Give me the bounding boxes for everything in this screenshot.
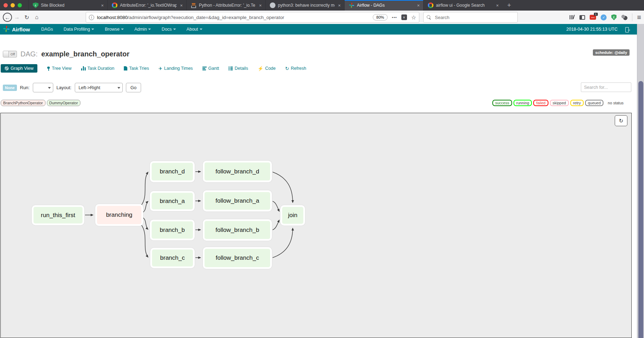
tab-title: python3: behave incorrectly mo bbox=[278, 3, 335, 8]
run-label: Run: bbox=[20, 85, 30, 90]
dag-node-branch_c[interactable]: branch_c bbox=[150, 248, 195, 268]
operator-pill-dummyoperator: DummyOperator bbox=[47, 100, 80, 106]
dag-title-prefix: DAG: bbox=[20, 50, 38, 58]
view-button-refresh[interactable]: ↻Refresh bbox=[285, 66, 306, 71]
site-info-icon[interactable]: i bbox=[89, 15, 94, 20]
view-button-label: Gantt bbox=[208, 66, 219, 71]
browser-tab-5[interactable]: airflow ui - Google Search× bbox=[423, 0, 502, 11]
tab-close-icon[interactable]: × bbox=[416, 3, 420, 8]
graph-refresh-button[interactable]: ↻ bbox=[615, 115, 627, 126]
browser-tab-0[interactable]: £Site Blocked× bbox=[28, 0, 107, 11]
chevron-down-icon bbox=[121, 29, 124, 30]
browser-tab-3[interactable]: python3: behave incorrectly mo× bbox=[265, 0, 344, 11]
dag-graph-panel: run_this_firstbranchingbranch_dfollow_br… bbox=[0, 113, 632, 338]
dag-node-branch_b[interactable]: branch_b bbox=[150, 220, 195, 240]
navbar-item-browse[interactable]: Browse bbox=[105, 27, 124, 32]
close-window-button[interactable] bbox=[4, 3, 8, 7]
extension-red-icon[interactable]: •••1 bbox=[590, 15, 596, 20]
view-button-label: Graph View bbox=[11, 66, 34, 71]
extension-spheres-icon[interactable] bbox=[621, 14, 627, 20]
browser-search-bar[interactable] bbox=[423, 12, 518, 23]
bookmark-star-icon[interactable]: ☆ bbox=[411, 14, 416, 21]
view-button-details[interactable]: Details bbox=[229, 66, 248, 71]
view-button-tree-view[interactable]: Tree View bbox=[47, 66, 72, 71]
tab-close-icon[interactable]: × bbox=[337, 3, 341, 8]
menu-icon[interactable]: ≡ bbox=[637, 14, 641, 21]
view-button-graph-view[interactable]: Graph View bbox=[1, 64, 37, 73]
tab-close-icon[interactable]: × bbox=[258, 3, 262, 8]
view-button-landing-times[interactable]: ✈Landing Times bbox=[158, 66, 193, 71]
sidebar-icon[interactable] bbox=[579, 15, 585, 20]
url-text[interactable]: localhost:8080/admin/airflow/graph?execu… bbox=[97, 15, 373, 20]
graph-controls: None Run: Layout: Left->Right Go bbox=[3, 83, 141, 92]
view-button-code[interactable]: ⚡Code bbox=[257, 66, 275, 71]
dag-pause-toggle[interactable]: Off bbox=[3, 51, 17, 57]
run-status-badge: None bbox=[3, 85, 17, 91]
new-tab-button[interactable]: + bbox=[502, 0, 516, 11]
zoom-window-button[interactable] bbox=[18, 3, 22, 7]
back-button[interactable]: ← bbox=[3, 13, 12, 22]
view-button-label: Code bbox=[265, 66, 276, 71]
dag-node-follow_branch_b[interactable]: follow_branch_b bbox=[203, 219, 272, 241]
edge-branching-to-branch_d bbox=[141, 172, 148, 205]
extension-blue-icon[interactable]: ✓ bbox=[601, 14, 607, 20]
view-button-task-duration[interactable]: Task Duration bbox=[81, 66, 114, 71]
navbar-item-docs[interactable]: Docs bbox=[162, 27, 176, 32]
dag-node-follow_branch_a[interactable]: follow_branch_a bbox=[203, 190, 272, 211]
zoom-level-indicator[interactable]: 80% bbox=[373, 14, 388, 20]
forward-button[interactable]: → bbox=[12, 12, 22, 22]
layout-select[interactable]: Left->Right bbox=[75, 83, 123, 92]
code-icon: ⚡ bbox=[257, 66, 263, 71]
task-duration-icon bbox=[81, 66, 86, 70]
edge-follow_branch_c-to-join bbox=[273, 228, 293, 258]
edge-follow_branch_d-to-join bbox=[273, 172, 293, 203]
tab-close-icon[interactable]: × bbox=[179, 3, 183, 8]
view-button-label: Landing Times bbox=[164, 66, 193, 71]
airflow-logo-icon bbox=[3, 25, 10, 33]
library-icon[interactable] bbox=[570, 15, 575, 20]
tab-close-icon[interactable]: × bbox=[100, 3, 104, 8]
pocket-icon[interactable]: ∨ bbox=[401, 14, 407, 20]
tab-title: Site Blocked bbox=[41, 3, 98, 8]
task-search-input[interactable] bbox=[581, 82, 631, 92]
chevron-down-icon bbox=[173, 29, 176, 30]
dag-node-branch_a[interactable]: branch_a bbox=[150, 191, 195, 211]
stackoverflow-favicon bbox=[191, 2, 196, 8]
vertical-scrollbar[interactable] bbox=[637, 24, 644, 338]
tab-close-icon[interactable]: × bbox=[495, 3, 499, 8]
dag-node-branching[interactable]: branching bbox=[95, 204, 143, 226]
extension-shield-icon[interactable]: £ bbox=[611, 14, 616, 20]
dag-node-join[interactable]: join bbox=[280, 205, 305, 226]
run-select[interactable] bbox=[33, 83, 53, 92]
go-button[interactable]: Go bbox=[126, 83, 141, 92]
tab-bar: £Site Blocked×AttributeError: '_io.TextI… bbox=[0, 0, 644, 11]
browser-tab-1[interactable]: AttributeError: '_io.TextIOWrapp× bbox=[107, 0, 186, 11]
view-button-task-tries[interactable]: Task Tries bbox=[124, 66, 149, 71]
github-favicon bbox=[270, 2, 275, 8]
dag-node-follow_branch_d[interactable]: follow_branch_d bbox=[203, 161, 272, 182]
navbar-item-about[interactable]: About bbox=[187, 27, 202, 32]
minimize-window-button[interactable] bbox=[11, 3, 15, 7]
edge-branching-to-branch_a bbox=[143, 201, 148, 212]
navbar-item-data-profiling[interactable]: Data Profiling bbox=[63, 27, 94, 32]
scrollbar-thumb[interactable] bbox=[638, 81, 643, 338]
toggle-knob bbox=[3, 51, 9, 57]
dag-node-run_this_first[interactable]: run_this_first bbox=[32, 205, 84, 225]
navbar-item-dags[interactable]: DAGs bbox=[41, 27, 53, 32]
chevron-down-icon bbox=[117, 87, 120, 89]
logout-icon[interactable] bbox=[625, 27, 631, 32]
browser-tab-2[interactable]: Python - AttributeError: '_io.Te× bbox=[186, 0, 265, 11]
airflow-brand[interactable]: Airflow bbox=[3, 25, 30, 33]
browser-search-input[interactable] bbox=[434, 14, 514, 20]
view-button-label: Task Duration bbox=[87, 66, 114, 71]
reload-button[interactable]: ↻ bbox=[22, 12, 32, 22]
browser-tab-4[interactable]: Airflow - DAGs× bbox=[344, 0, 423, 11]
dag-node-branch_d[interactable]: branch_d bbox=[150, 161, 195, 182]
airflow-menu: DAGsData ProfilingBrowseAdminDocsAbout bbox=[41, 27, 202, 32]
url-bar[interactable]: i localhost:8080/admin/airflow/graph?exe… bbox=[86, 12, 419, 23]
page-actions-icon[interactable]: ••• bbox=[392, 15, 397, 19]
view-button-gantt[interactable]: Gantt bbox=[202, 66, 219, 71]
home-button[interactable]: ⌂ bbox=[32, 12, 42, 22]
navbar-item-admin[interactable]: Admin bbox=[134, 27, 151, 32]
dag-node-follow_branch_c[interactable]: follow_branch_c bbox=[203, 247, 272, 269]
